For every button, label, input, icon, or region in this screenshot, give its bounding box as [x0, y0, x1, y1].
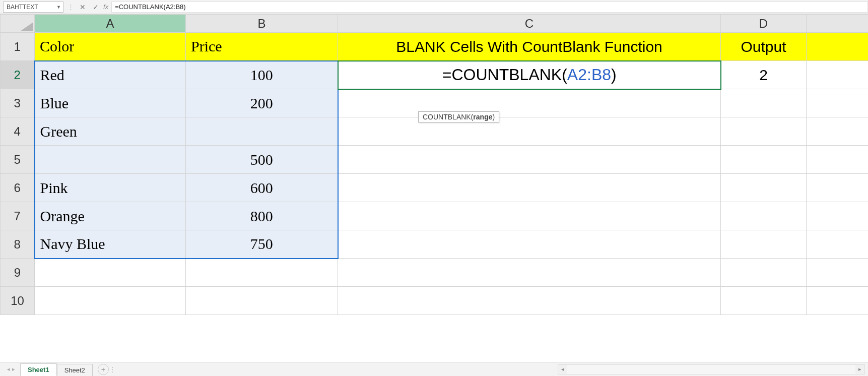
sheet-tabs-bar: ◂ ▸ Sheet1 Sheet2 + ⋮ ◂ ▸	[0, 362, 868, 376]
cell-D4[interactable]	[721, 117, 807, 146]
cell-A3[interactable]: Blue	[35, 89, 186, 117]
cell-E10[interactable]	[807, 287, 869, 315]
function-tooltip: COUNTBLANK(range)	[418, 111, 499, 122]
cell-C10[interactable]	[338, 287, 721, 315]
row-header-9[interactable]: 9	[1, 259, 35, 287]
tooltip-arg: range	[473, 113, 492, 121]
select-all-corner[interactable]	[1, 15, 35, 33]
table-row: 9	[1, 259, 869, 287]
cell-B5[interactable]: 500	[186, 146, 338, 174]
separator-icon: ⋮	[68, 3, 74, 11]
table-row: 10	[1, 287, 869, 315]
cell-B10[interactable]	[186, 287, 338, 315]
chevron-down-icon[interactable]: ▼	[56, 5, 61, 10]
cell-E6[interactable]	[807, 174, 869, 202]
row-header-7[interactable]: 7	[1, 202, 35, 230]
cell-C1[interactable]: BLANK Cells With CountBlank Function	[338, 33, 721, 61]
table-row: 1 Color Price BLANK Cells With CountBlan…	[1, 33, 869, 61]
sheet-tab-sheet2[interactable]: Sheet2	[57, 364, 93, 376]
cell-C2-editing[interactable]: =COUNTBLANK(A2:B8)	[338, 61, 721, 89]
tab-next-icon[interactable]: ▸	[12, 366, 15, 372]
cell-E2[interactable]	[807, 61, 869, 89]
cell-A10[interactable]	[35, 287, 186, 315]
cell-B2[interactable]: 100	[186, 61, 338, 89]
cell-A4[interactable]: Green	[35, 117, 186, 146]
cell-C3[interactable]	[338, 89, 721, 117]
formula-prefix: =COUNTBLANK(	[442, 66, 567, 84]
cell-D9[interactable]	[721, 259, 807, 287]
cell-B4[interactable]	[186, 117, 338, 146]
cancel-icon[interactable]: ✕	[76, 3, 89, 11]
cell-D8[interactable]	[721, 230, 807, 259]
scroll-left-icon[interactable]: ◂	[558, 366, 567, 372]
tab-nav: ◂ ▸	[7, 366, 15, 372]
cell-D7[interactable]	[721, 202, 807, 230]
cell-B6[interactable]: 600	[186, 174, 338, 202]
cell-C5[interactable]	[338, 146, 721, 174]
cell-D3[interactable]	[721, 89, 807, 117]
name-box[interactable]: BAHTTEXT ▼	[3, 2, 63, 13]
sheet-tab-sheet1[interactable]: Sheet1	[20, 363, 57, 376]
col-header-C[interactable]: C	[338, 15, 721, 33]
tab-prev-icon[interactable]: ◂	[7, 366, 10, 372]
cell-E4[interactable]	[807, 117, 869, 146]
tooltip-close: )	[492, 113, 495, 121]
formula-bar: BAHTTEXT ▼ ⋮ ✕ ✓ fx	[0, 0, 868, 14]
col-header-B[interactable]: B	[186, 15, 338, 33]
cell-D1[interactable]: Output	[721, 33, 807, 61]
horizontal-scrollbar[interactable]: ◂ ▸	[558, 364, 865, 374]
cell-A2[interactable]: Red	[35, 61, 186, 89]
cell-A1[interactable]: Color	[35, 33, 186, 61]
formula-ref: A2:B8	[567, 66, 611, 84]
enter-icon[interactable]: ✓	[89, 3, 102, 11]
table-row: 6 Pink 600	[1, 174, 869, 202]
cell-B8[interactable]: 750	[186, 230, 338, 259]
new-sheet-button[interactable]: +	[98, 364, 109, 375]
cell-E3[interactable]	[807, 89, 869, 117]
fx-icon[interactable]: fx	[103, 3, 108, 11]
scroll-right-icon[interactable]: ▸	[855, 366, 864, 372]
cell-C8[interactable]	[338, 230, 721, 259]
cell-D2[interactable]: 2	[721, 61, 807, 89]
row-header-8[interactable]: 8	[1, 230, 35, 259]
cell-A5[interactable]	[35, 146, 186, 174]
cell-A8[interactable]: Navy Blue	[35, 230, 186, 259]
formula-suffix: )	[611, 66, 617, 84]
cell-B3[interactable]: 200	[186, 89, 338, 117]
cell-E1[interactable]	[807, 33, 869, 61]
cell-A9[interactable]	[35, 259, 186, 287]
table-row: 2 Red 100 =COUNTBLANK(A2:B8) 2	[1, 61, 869, 89]
cell-B7[interactable]: 800	[186, 202, 338, 230]
formula-input[interactable]	[111, 2, 868, 13]
col-header-E[interactable]	[807, 15, 869, 33]
cell-C4[interactable]	[338, 117, 721, 146]
row-header-4[interactable]: 4	[1, 117, 35, 146]
cell-B1[interactable]: Price	[186, 33, 338, 61]
cell-C9[interactable]	[338, 259, 721, 287]
cell-D10[interactable]	[721, 287, 807, 315]
cell-A6[interactable]: Pink	[35, 174, 186, 202]
row-header-5[interactable]: 5	[1, 146, 35, 174]
row-header-6[interactable]: 6	[1, 174, 35, 202]
cell-D5[interactable]	[721, 146, 807, 174]
row-header-3[interactable]: 3	[1, 89, 35, 117]
scroll-track[interactable]	[567, 365, 855, 374]
cell-E8[interactable]	[807, 230, 869, 259]
cell-C7[interactable]	[338, 202, 721, 230]
cell-E7[interactable]	[807, 202, 869, 230]
cell-C6[interactable]	[338, 174, 721, 202]
tooltip-fn: COUNTBLANK(	[423, 113, 473, 121]
row-header-1[interactable]: 1	[1, 33, 35, 61]
spreadsheet-grid[interactable]: A B C D 1 Color Price BLANK Cells With C…	[0, 14, 868, 362]
row-header-10[interactable]: 10	[1, 287, 35, 315]
cell-B9[interactable]	[186, 259, 338, 287]
cell-E9[interactable]	[807, 259, 869, 287]
cell-D6[interactable]	[721, 174, 807, 202]
table-row: 7 Orange 800	[1, 202, 869, 230]
row-header-2[interactable]: 2	[1, 61, 35, 89]
col-header-A[interactable]: A	[35, 15, 186, 33]
cell-E5[interactable]	[807, 146, 869, 174]
col-header-D[interactable]: D	[721, 15, 807, 33]
cell-A7[interactable]: Orange	[35, 202, 186, 230]
name-box-value: BAHTTEXT	[7, 4, 38, 11]
